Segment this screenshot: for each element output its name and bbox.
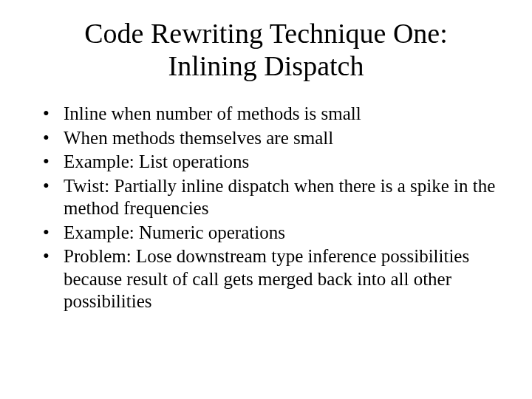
bullet-text: When methods themselves are small xyxy=(64,128,333,148)
list-item: Example: List operations xyxy=(43,151,498,174)
list-item: Problem: Lose downstream type inference … xyxy=(43,245,498,313)
slide-title: Code Rewriting Technique One: Inlining D… xyxy=(30,18,502,82)
title-line-2: Inlining Dispatch xyxy=(168,50,364,81)
bullet-text: Example: List operations xyxy=(64,151,249,171)
bullet-list: Inline when number of methods is small W… xyxy=(30,103,502,313)
slide: Code Rewriting Technique One: Inlining D… xyxy=(0,0,532,399)
title-line-1: Code Rewriting Technique One: xyxy=(84,18,448,49)
bullet-text: Problem: Lose downstream type inference … xyxy=(64,246,469,311)
bullet-text: Twist: Partially inline dispatch when th… xyxy=(64,176,495,219)
list-item: Inline when number of methods is small xyxy=(43,103,498,126)
list-item: Twist: Partially inline dispatch when th… xyxy=(43,175,498,220)
bullet-text: Inline when number of methods is small xyxy=(64,103,361,123)
bullet-text: Example: Numeric operations xyxy=(64,222,285,242)
list-item: When methods themselves are small xyxy=(43,127,498,150)
list-item: Example: Numeric operations xyxy=(43,222,498,245)
